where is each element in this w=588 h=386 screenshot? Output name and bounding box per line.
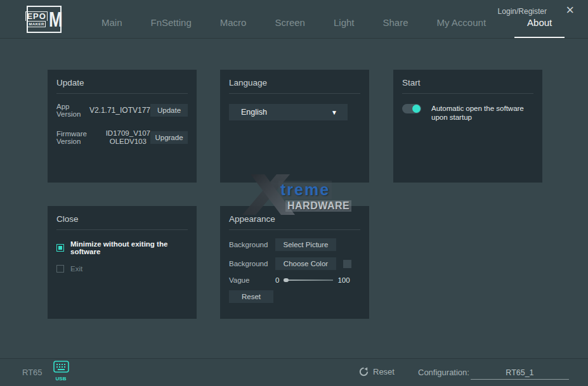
autostart-toggle[interactable]	[402, 104, 421, 113]
keyboard-usb-icon	[53, 361, 69, 373]
background-picture-label: Background	[229, 241, 275, 248]
choose-color-button[interactable]: Choose Color	[275, 257, 336, 270]
toggle-knob	[412, 105, 421, 113]
minimize-checkbox[interactable]	[56, 244, 64, 252]
autostart-label: Automatic open the software upon startup	[431, 104, 533, 122]
tab-my-account[interactable]: My Account	[437, 16, 487, 38]
login-register-link[interactable]: Login/Register	[498, 7, 547, 16]
reset-icon	[359, 367, 369, 376]
language-panel: Language English ▼	[220, 70, 369, 183]
tab-share[interactable]: Share	[382, 16, 408, 38]
divider	[402, 93, 533, 94]
appearance-panel-title: Appearance	[229, 214, 360, 224]
app-version-value: V2.1.71_IOTV177	[89, 106, 150, 115]
main-navigation: Main FnSetting Macro Screen Light Share …	[101, 16, 565, 38]
slider-min-value: 0	[275, 276, 279, 284]
start-panel: Start Automatic open the software upon s…	[393, 70, 542, 183]
checkbox-check-mark	[58, 246, 62, 250]
update-panel-title: Update	[56, 78, 188, 87]
start-panel-title: Start	[402, 78, 533, 87]
select-picture-button[interactable]: Select Picture	[275, 238, 336, 251]
configuration-value-field[interactable]: RT65_1	[471, 368, 569, 380]
update-button[interactable]: Update	[150, 104, 188, 117]
firmware-version-value: ID1709_V107 OLEDV103	[106, 129, 150, 146]
slider-max-value: 100	[337, 276, 350, 284]
exit-option-label: Exit	[70, 265, 82, 273]
close-panel: Close Minimize without exiting the softw…	[48, 206, 197, 319]
footer-reset-button[interactable]: Reset	[359, 367, 395, 376]
watermark-treme-text: treme	[278, 181, 332, 199]
vague-slider[interactable]	[284, 280, 333, 281]
firmware-version-line2: OLEDV103	[110, 138, 147, 145]
chevron-down-icon: ▼	[331, 109, 337, 116]
device-name: RT65	[22, 368, 42, 377]
slider-handle[interactable]	[284, 278, 289, 282]
epomaker-logo: EPO MAKER M	[27, 6, 62, 33]
color-swatch[interactable]	[343, 260, 351, 268]
configuration-label: Configuration:	[418, 368, 469, 377]
language-panel-title: Language	[229, 78, 360, 87]
logo-maker-text: MAKER	[27, 21, 46, 27]
close-panel-title: Close	[56, 214, 188, 224]
tab-about[interactable]: About	[514, 16, 565, 38]
appearance-reset-button[interactable]: Reset	[229, 290, 273, 303]
divider	[56, 229, 188, 230]
app-version-label: App Version	[56, 103, 84, 118]
update-panel: Update App Version V2.1.71_IOTV177 Updat…	[48, 70, 197, 183]
logo-m-text: M	[49, 9, 63, 30]
background-color-label: Background	[229, 260, 275, 267]
language-selected-value: English	[241, 108, 267, 117]
tab-main[interactable]: Main	[101, 16, 122, 38]
footer-reset-label: Reset	[373, 367, 395, 376]
divider	[229, 93, 360, 94]
firmware-version-label: Firmware Version	[56, 130, 100, 145]
logo-left: EPO MAKER	[25, 11, 47, 27]
configuration-field-group: Configuration: RT65_1	[418, 368, 569, 380]
exit-checkbox[interactable]	[56, 265, 64, 273]
appearance-panel: Appearance Background Select Picture Bac…	[220, 206, 369, 319]
tab-screen[interactable]: Screen	[275, 16, 305, 38]
tab-light[interactable]: Light	[334, 16, 355, 38]
tab-macro[interactable]: Macro	[220, 16, 247, 38]
upgrade-button[interactable]: Upgrade	[150, 131, 188, 144]
usb-device-button[interactable]: USB	[52, 361, 70, 382]
usb-label: USB	[52, 376, 70, 382]
firmware-version-line1: ID1709_V107	[106, 129, 150, 137]
divider	[56, 93, 188, 94]
close-icon[interactable]: ×	[566, 3, 574, 17]
status-bar: RT65 USB Reset Configuration: RT65_1	[0, 358, 588, 386]
vague-label: Vague	[229, 276, 275, 284]
minimize-option-label: Minimize without exiting the software	[70, 240, 188, 255]
divider	[229, 229, 360, 230]
title-bar: EPO MAKER M Login/Register × Main FnSett…	[0, 0, 588, 39]
tab-fnsetting[interactable]: FnSetting	[151, 16, 192, 38]
logo-epo-text: EPO	[25, 11, 47, 21]
language-dropdown[interactable]: English ▼	[229, 104, 348, 120]
